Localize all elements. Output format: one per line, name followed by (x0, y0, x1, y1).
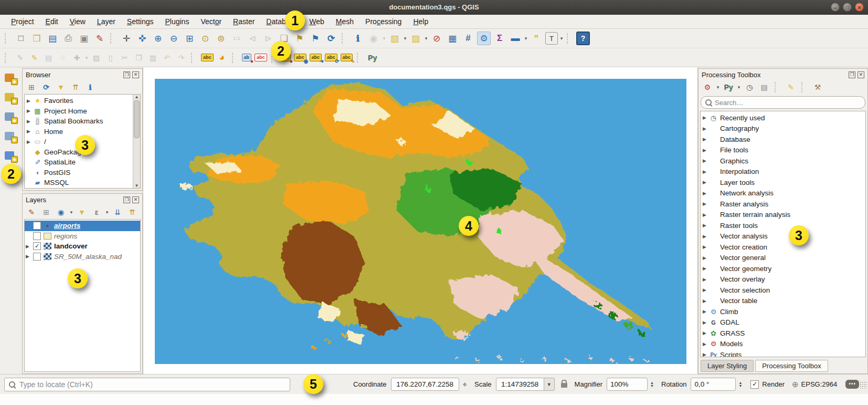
dropdown-arrow-icon[interactable]: ▾ (736, 85, 742, 90)
save-project-icon[interactable]: ▤ (46, 32, 59, 45)
menu-item[interactable]: Help (407, 16, 434, 27)
open-project-icon[interactable]: ❒ (30, 32, 44, 45)
crs-globe-icon[interactable]: ⊕ (792, 380, 799, 389)
pinned-labels-icon[interactable]: ab● (242, 54, 252, 61)
expand-caret-icon[interactable]: ▶ (703, 266, 709, 271)
select-by-value-icon[interactable]: ▨ (409, 32, 422, 45)
expand-caret-icon[interactable]: ▶ (703, 287, 709, 293)
filter-browser-icon[interactable]: ▼ (55, 81, 67, 93)
refresh-map-icon[interactable]: ⟳ (324, 32, 338, 45)
processing-category[interactable]: ▶ Graphics (701, 155, 865, 167)
expand-caret-icon[interactable]: ▶ (26, 254, 32, 259)
layer-diagram-options-icon[interactable]: ◕ (216, 51, 228, 64)
layer-row[interactable]: ▶ SR_50M_alaska_nad (25, 252, 140, 262)
processing-search-input[interactable]: Search… (701, 96, 865, 109)
zoom-full-icon[interactable]: ⊞ (183, 32, 196, 45)
redo-icon[interactable]: ↷ (175, 51, 187, 64)
processing-category[interactable]: ▶ Vector geometry (701, 263, 865, 274)
map-canvas[interactable] (155, 79, 686, 364)
measure-icon[interactable]: ▬ (509, 32, 522, 45)
zoom-to-layer-icon[interactable]: ⊚ (214, 32, 228, 45)
expand-caret-icon[interactable]: ▶ (703, 115, 709, 120)
dropdown-arrow-icon[interactable]: ▾ (403, 36, 408, 41)
close-panel-icon[interactable]: ✕ (858, 71, 864, 78)
processing-category[interactable]: ▶ Cartography (701, 123, 865, 134)
vertex-tool-icon[interactable]: ✚ (71, 51, 83, 64)
browser-item[interactable]: ▶ Project Home (25, 106, 140, 117)
browser-scrollbar[interactable]: ▲▼ (133, 95, 140, 188)
modify-attributes-icon[interactable]: ▨ (90, 51, 102, 64)
dropdown-arrow-icon[interactable]: ▾ (523, 36, 528, 41)
processing-category[interactable]: ▶ Database (701, 134, 865, 145)
expand-caret-icon[interactable]: ▶ (703, 341, 709, 347)
copy-features-icon[interactable]: ❐ (133, 51, 145, 64)
expand-caret-icon[interactable]: ▶ (703, 255, 709, 261)
pan-to-selection-icon[interactable]: ✜ (135, 32, 149, 45)
add-group-icon[interactable]: ⊞ (40, 206, 52, 218)
tab-processing-toolbox[interactable]: Processing Toolbox (755, 360, 828, 372)
save-layer-edits-icon[interactable]: ▤ (43, 51, 55, 64)
open-data-source-manager-icon[interactable]: ✱ (4, 71, 18, 85)
chevron-down-icon[interactable]: ▼ (544, 378, 555, 391)
highlight-pinned-labels-icon[interactable]: abc◉ (294, 54, 306, 61)
menu-item[interactable]: Settings (121, 16, 160, 27)
expand-caret-icon[interactable]: ▶ (27, 98, 33, 103)
help-icon[interactable]: ? (576, 32, 590, 45)
magnifier-input[interactable]: 100% (607, 378, 648, 391)
separator[interactable] (110, 33, 116, 44)
processing-category[interactable]: ▶ Raster analysis (701, 199, 865, 210)
statistics-icon[interactable]: Σ (493, 32, 506, 45)
identify-features-icon[interactable]: ℹ (351, 32, 365, 45)
expand-caret-icon[interactable]: ▶ (703, 180, 709, 185)
add-record-icon[interactable]: ⁘ (57, 51, 69, 64)
separator[interactable] (342, 33, 347, 44)
new-geopackage-layer-icon[interactable]: ✱ (4, 91, 18, 105)
new-memory-layer-icon[interactable]: ✱ (4, 149, 18, 163)
menu-item[interactable]: Edit (40, 16, 64, 27)
dropdown-arrow-icon[interactable]: ▾ (84, 55, 89, 60)
properties-widget-icon[interactable]: ℹ (84, 81, 96, 93)
unplaced-labels-icon[interactable]: abc (255, 54, 267, 61)
layer-row[interactable]: ▶ landcover (25, 241, 140, 252)
processing-category[interactable]: ▶ GDAL (701, 317, 865, 328)
expand-caret-icon[interactable]: ▶ (703, 158, 709, 163)
menu-item[interactable]: Raster (227, 16, 260, 27)
menu-item[interactable]: Plugins (159, 16, 195, 27)
dropdown-arrow-icon[interactable]: ▾ (715, 85, 721, 90)
processing-category[interactable]: ▶ File tools (701, 145, 865, 156)
browser-item[interactable]: ▶ (25, 188, 140, 189)
separator[interactable] (567, 33, 573, 44)
close-panel-icon[interactable]: ✕ (132, 196, 139, 203)
delete-selected-icon[interactable]: ▯ (104, 51, 117, 64)
lock-scale-icon[interactable] (561, 383, 567, 388)
expand-caret-icon[interactable]: ▶ (703, 244, 709, 250)
dropdown-arrow-icon[interactable]: ▾ (104, 210, 110, 215)
processing-category[interactable]: ▶ Scripts (701, 349, 865, 357)
expand-caret-icon[interactable]: ▶ (27, 129, 33, 134)
close-button[interactable]: ✕ (855, 3, 864, 12)
resize-grip[interactable] (860, 381, 867, 389)
menu-item[interactable]: Processing (359, 16, 407, 27)
new-print-layout-icon[interactable]: ⎙ (61, 32, 75, 45)
expand-caret-icon[interactable]: ▶ (26, 244, 32, 249)
crs-status[interactable]: EPSG:2964 (801, 380, 838, 388)
menu-item[interactable]: Project (5, 16, 40, 27)
processing-category[interactable]: ▶ Network analysis (701, 188, 865, 199)
expand-caret-icon[interactable]: ▶ (703, 137, 709, 142)
toolbar-grip[interactable] (5, 53, 10, 63)
zoom-last-icon[interactable]: ⊲ (246, 32, 259, 45)
change-label-icon[interactable]: abc✎ (341, 54, 353, 61)
processing-category[interactable]: ▶ Climb (701, 306, 865, 317)
new-shapefile-layer-icon[interactable]: ✱ (4, 110, 18, 124)
collapse-all-icon[interactable]: ⇈ (70, 81, 81, 93)
map-tips-icon[interactable]: ❞ (530, 32, 543, 45)
render-checkbox[interactable]: ✓ (750, 380, 759, 389)
processing-category[interactable]: ▶ Vector general (701, 253, 865, 264)
open-layer-styling-icon[interactable]: ✎ (26, 206, 37, 218)
processing-category[interactable]: ▶ Vector table (701, 296, 865, 307)
separator[interactable] (775, 82, 780, 92)
expand-caret-icon[interactable]: ▶ (703, 320, 709, 325)
layer-labeling-options-icon[interactable]: abc (201, 54, 214, 61)
new-spatialite-layer-icon[interactable]: ✱ (4, 130, 18, 143)
history-icon[interactable]: ◷ (744, 81, 755, 93)
